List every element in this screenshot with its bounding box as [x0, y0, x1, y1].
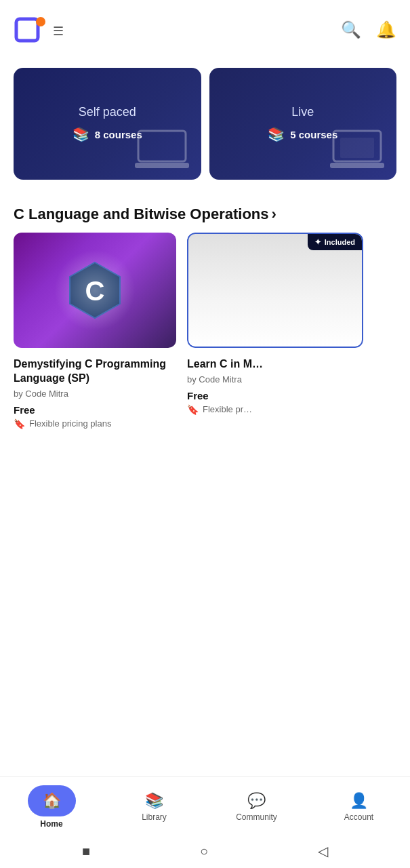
course-author-2: by Code Mitra	[187, 374, 363, 384]
svg-rect-6	[340, 138, 374, 158]
pricing-plan-2: 🔖 Flexible pr…	[187, 404, 363, 415]
sparkle-icon: ✦	[314, 237, 321, 247]
card-decoration	[135, 127, 196, 174]
course-price-2: Free	[187, 390, 363, 401]
live-count-row: 📚 5 courses	[268, 126, 337, 142]
course-price: Free	[14, 404, 176, 416]
course-thumbnail-2: ✦ Included	[187, 233, 363, 348]
library-icon: 📚	[145, 792, 163, 810]
section-chevron[interactable]: ›	[272, 205, 276, 223]
self-paced-count-row: 📚 8 courses	[73, 126, 142, 142]
course-name-2: Learn C in M…	[187, 357, 363, 372]
nav-account-label: Account	[344, 812, 373, 822]
course-item[interactable]: ✦ Included Learn C in M… by Code Mitra F…	[187, 233, 363, 429]
course-author: by Code Mitra	[14, 389, 176, 399]
account-icon: 👤	[350, 792, 368, 810]
app-logo	[14, 12, 49, 47]
section-title: C Language and Bitwise Operations	[14, 205, 269, 223]
nav-library-label: Library	[142, 812, 167, 822]
course-name: Demystifying C Programming Language (SP)	[14, 357, 176, 386]
pricing-plan-text-2: Flexible pr…	[203, 404, 252, 414]
self-paced-title: Self paced	[79, 105, 136, 119]
nav-library[interactable]: 📚 Library	[131, 792, 178, 822]
svg-rect-3	[135, 163, 189, 168]
header-actions: 🔍 🔔	[341, 20, 396, 39]
c-lang-thumbnail-bg: C	[14, 233, 176, 348]
bell-icon[interactable]: 🔔	[376, 20, 396, 39]
nav-community[interactable]: 💬 Community	[233, 792, 281, 822]
live-card[interactable]: Live 📚 5 courses	[209, 68, 397, 180]
android-back-btn[interactable]: ◁	[318, 843, 328, 859]
nav-home[interactable]: 🏠 Home	[28, 785, 76, 829]
android-circle-btn[interactable]: ○	[200, 844, 208, 859]
bottom-nav: 🏠 Home 📚 Library 💬 Community 👤 Account	[0, 776, 410, 834]
course-category-row: Self paced 📚 8 courses Live 📚 5 courses	[0, 54, 410, 186]
search-icon[interactable]: 🔍	[341, 20, 361, 39]
courses-list: C Demystifying C Programming Language (S…	[0, 233, 410, 443]
nav-home-label: Home	[40, 819, 62, 829]
live-card-decoration	[330, 127, 391, 174]
course-item[interactable]: C Demystifying C Programming Language (S…	[14, 233, 176, 429]
second-thumb-bg: ✦ Included	[187, 233, 363, 348]
glow-effect	[54, 250, 136, 331]
tag-icon: 🔖	[14, 418, 25, 429]
included-badge: ✦ Included	[308, 234, 362, 250]
pricing-plan: 🔖 Flexible pricing plans	[14, 418, 176, 429]
hamburger-icon[interactable]: ☰	[53, 24, 64, 39]
nav-community-label: Community	[236, 812, 277, 822]
svg-point-1	[36, 17, 45, 26]
section-heading: C Language and Bitwise Operations ›	[0, 186, 410, 233]
svg-rect-2	[138, 131, 186, 161]
book-icon: 📚	[73, 126, 89, 142]
app-header: ☰ 🔍 🔔	[0, 0, 410, 54]
logo-area: ☰	[14, 12, 64, 47]
home-icon: 🏠	[43, 792, 61, 809]
nav-account[interactable]: 👤 Account	[335, 792, 383, 822]
svg-rect-5	[330, 163, 384, 168]
nav-home-icon-wrap: 🏠	[28, 785, 76, 816]
tag-icon-2: 🔖	[187, 404, 199, 415]
community-icon: 💬	[247, 792, 266, 810]
badge-text: Included	[325, 238, 355, 246]
pricing-plan-text: Flexible pricing plans	[29, 418, 111, 429]
android-square-btn[interactable]: ■	[82, 844, 90, 859]
book-icon-live: 📚	[268, 126, 285, 142]
svg-rect-0	[16, 19, 38, 41]
live-title: Live	[291, 105, 314, 119]
course-thumbnail: C	[14, 233, 176, 348]
self-paced-card[interactable]: Self paced 📚 8 courses	[14, 68, 201, 180]
android-system-bar: ■ ○ ◁	[0, 834, 410, 868]
